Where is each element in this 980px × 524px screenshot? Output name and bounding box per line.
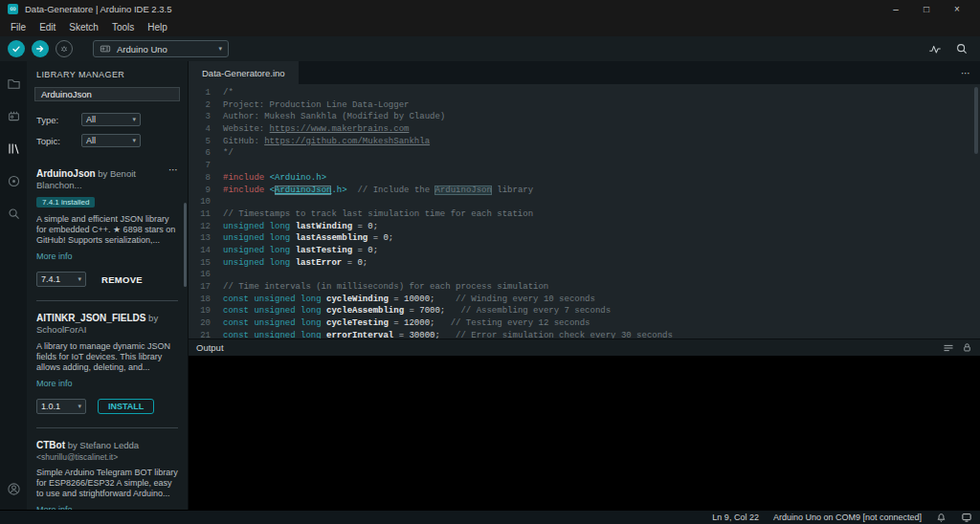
install-button[interactable]: INSTALL [98,399,154,414]
line-number: 21 [189,330,223,338]
code-line[interactable]: 18const unsigned long cycleWinding = 100… [189,294,980,306]
code-line-text: /* [223,87,234,99]
close-button[interactable]: × [942,4,972,14]
output-options-icon[interactable] [943,342,954,354]
code-line[interactable]: 17// Time intervals (in milliseconds) fo… [189,281,980,294]
code-line[interactable]: 11// Timestamps to track last simulation… [189,208,980,221]
code-line[interactable]: 16 [189,269,980,281]
serial-plotter-icon[interactable] [928,42,942,55]
main-area: LIBRARY MANAGER ArduinoJson Type: All ▾ … [0,61,980,510]
library-search-input[interactable]: ArduinoJson [34,87,180,101]
line-number: 2 [189,99,223,112]
library-author-email: <shurillu@tiscalinet.it> [36,452,178,462]
code-line[interactable]: 19const unsigned long cycleAssembling = … [189,305,980,317]
library-card-ctbot: CTBot by Stefano Ledda <shurillu@tiscali… [27,428,188,510]
notifications-bell-icon[interactable] [936,513,947,523]
code-line-text: Project: Production Line Data-Logger [223,99,409,112]
account-icon [7,482,21,496]
board-status[interactable]: Arduino Uno on COM9 [not connected] [773,513,922,522]
line-number: 6 [189,147,223,160]
code-line-text: const unsigned long cycleTesting = 12000… [223,317,590,330]
code-area[interactable]: 1/*2Project: Production Line Data-Logger… [189,84,980,338]
code-line[interactable]: 9#include <ArduinoJson.h> // Include the… [189,185,980,197]
chevron-down-icon: ▾ [218,45,222,53]
sidebar-item-debug[interactable] [0,164,27,197]
code-line[interactable]: 21const unsigned long errorInterval = 30… [189,330,980,338]
board-selector[interactable]: Arduino Uno ▾ [93,40,229,57]
scroll-lock-icon[interactable] [962,342,972,353]
library-card-arduinojson: ArduinoJson by Benoit Blanchon... ⋯ 7.4.… [27,157,188,300]
code-line[interactable]: 2Project: Production Line Data-Logger [189,99,980,112]
sidebar-item-library-manager[interactable] [0,132,27,164]
debug-button[interactable] [56,40,73,57]
sidebar-item-sketchbook[interactable] [0,67,27,99]
cursor-position[interactable]: Ln 9, Col 22 [712,513,759,522]
upload-button[interactable] [32,40,49,57]
output-title: Output [196,342,224,353]
library-author: by Stefano Ledda [68,440,139,450]
serial-monitor-icon[interactable] [955,42,969,55]
line-number: 15 [189,257,223,270]
type-filter-select[interactable]: All ▾ [81,113,141,126]
editor-more-actions-icon[interactable]: ⋯ [961,61,970,84]
code-line[interactable]: 4Website: https://www.makerbrains.com [189,123,980,136]
more-info-link[interactable]: More info [36,251,73,261]
library-list: ArduinoJson by Benoit Blanchon... ⋯ 7.4.… [27,157,188,510]
installed-badge: 7.4.1 installed [36,197,95,207]
arduino-ide-window: ∞ Data-Generatore | Arduino IDE 2.3.5 – … [0,0,980,524]
version-value: 7.4.1 [41,274,60,284]
code-line-text: */ [223,147,234,160]
menu-file[interactable]: File [4,22,33,33]
code-line[interactable]: 13unsigned long lastAssembling = 0; [189,232,980,245]
code-line[interactable]: 20const unsigned long cycleTesting = 120… [189,317,980,330]
code-line[interactable]: 6*/ [189,147,980,160]
code-line-text: #include <Arduino.h> [223,172,326,185]
line-number: 20 [189,317,223,330]
editor-area: Data-Generatore.ino ⋯ 1/*2Project: Produ… [189,61,980,510]
library-name: ArduinoJson [36,168,96,179]
code-line[interactable]: 7 [189,160,980,172]
serial-monitor-toggle-icon[interactable] [961,512,972,523]
search-icon [7,207,21,221]
panel-scrollbar[interactable] [184,203,187,287]
topic-filter-select[interactable]: All ▾ [81,134,141,147]
kebab-menu-icon[interactable]: ⋯ [168,164,178,175]
code-line[interactable]: 1/* [189,87,980,99]
maximize-button[interactable]: □ [911,4,942,14]
menu-help[interactable]: Help [141,22,174,33]
library-description: A simple and efficient JSON library for … [36,214,178,246]
line-number: 19 [189,305,223,317]
menu-sketch[interactable]: Sketch [62,22,105,33]
menu-edit[interactable]: Edit [33,22,62,33]
editor-scrollbar[interactable] [974,87,978,154]
library-description: A library to manage dynamic JSON fields … [36,341,178,373]
minimize-button[interactable]: – [880,4,911,14]
line-number: 16 [189,269,223,281]
code-line[interactable]: 14unsigned long lastTesting = 0; [189,245,980,257]
sidebar-item-search[interactable] [0,197,27,229]
title-bar: ∞ Data-Generatore | Arduino IDE 2.3.5 – … [0,0,980,18]
code-line[interactable]: 10 [189,196,980,208]
chevron-down-icon: ▾ [132,116,136,123]
line-number: 13 [189,232,223,245]
output-console[interactable] [189,356,980,510]
activity-bar [0,61,27,510]
more-info-link[interactable]: More info [36,379,73,388]
tab-data-generatore[interactable]: Data-Generatore.ino [189,61,299,84]
account-button[interactable] [0,472,27,505]
code-line[interactable]: 12unsigned long lastWinding = 0; [189,221,980,233]
line-number: 12 [189,221,223,233]
code-line[interactable]: 15unsigned long lastError = 0; [189,257,980,270]
line-number: 11 [189,208,223,221]
version-select[interactable]: 7.4.1 ▾ [36,272,86,287]
menu-tools[interactable]: Tools [105,22,141,33]
sidebar-item-boards-manager[interactable] [0,99,27,132]
verify-button[interactable] [8,40,25,57]
code-line[interactable]: 3Author: Mukesh Sankhla (Modified by Cla… [189,111,980,123]
remove-button[interactable]: REMOVE [101,274,143,285]
code-line[interactable]: 8#include <Arduino.h> [189,172,980,185]
version-select[interactable]: 1.0.1 ▾ [36,399,86,414]
code-line[interactable]: 5GitHub: https://github.com/MukeshSankhl… [189,136,980,148]
more-info-link[interactable]: More info [36,505,73,510]
status-bar: Ln 9, Col 22 Arduino Uno on COM9 [not co… [0,510,980,524]
